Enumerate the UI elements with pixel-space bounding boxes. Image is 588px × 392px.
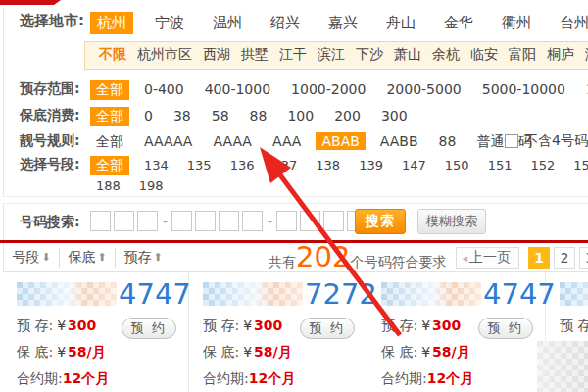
page-number-button[interactable]: 1 [528, 247, 550, 269]
number-rule-option[interactable]: AAAAA [138, 132, 198, 150]
segment-option[interactable]: 198 [133, 177, 170, 194]
segment-option[interactable]: 188 [90, 177, 126, 194]
district-option[interactable]: 滨江 [318, 46, 345, 64]
reserve-button[interactable]: 预 约 [478, 318, 533, 339]
sort-asc-icon: ⬆ [97, 251, 106, 264]
contract-line-value: 12个月 [63, 370, 109, 386]
exclude-4-checkbox-group[interactable]: 不含4号码 [505, 132, 588, 150]
min-fee-option[interactable]: 100 [281, 107, 319, 124]
fuzzy-search-button[interactable]: 模糊搜索 [417, 209, 486, 234]
contract-line: 合约期:12个月 [203, 370, 367, 389]
result-count: 共有202个号码符合要求 [269, 243, 446, 271]
district-option[interactable]: 富阳 [509, 46, 536, 64]
min-fee-option[interactable]: 88 [244, 107, 273, 124]
sort-asc-cell[interactable]: 预存⬆ [116, 248, 172, 268]
digit-input[interactable] [90, 211, 111, 231]
min-fee-option[interactable]: 58 [206, 107, 235, 124]
min-fee-option[interactable]: 全部 [90, 107, 129, 126]
segment-option[interactable]: 137 [267, 157, 303, 173]
digit-input[interactable] [242, 211, 263, 231]
digit-input[interactable] [300, 211, 320, 231]
number-rule-option[interactable]: ABAB [316, 132, 365, 150]
district-option[interactable]: 拱墅 [241, 46, 269, 64]
district-option[interactable]: 桐庐 [547, 46, 574, 64]
segment-option[interactable]: 136 [224, 157, 261, 173]
number-rule-option[interactable]: 全部 [90, 132, 129, 152]
city-option[interactable]: 温州 [206, 12, 249, 34]
page-number-button[interactable]: 2 [554, 247, 575, 269]
sort-desc-icon: ⬇ [41, 251, 50, 264]
segment-option[interactable]: 135 [181, 157, 218, 173]
city-option[interactable]: 金华 [437, 12, 480, 34]
district-option[interactable]: 临安 [470, 46, 498, 64]
number-rule-option[interactable]: AABB [374, 132, 424, 150]
sort-asc-cell[interactable]: 保底⬆ [60, 248, 116, 268]
number-rule-option[interactable]: AAA [267, 132, 308, 150]
prepaid-range-option[interactable]: 5000-10000 [476, 80, 571, 98]
page-number-button[interactable]: 3 [579, 247, 588, 269]
number-rule-option[interactable]: 88 [433, 132, 463, 150]
reserve-button[interactable]: 预 约 [300, 318, 355, 339]
segment-option[interactable]: 139 [353, 157, 389, 173]
segment-options-line1: 全部13413513613713813914715015115215715815… [90, 156, 588, 175]
number-rule-option[interactable]: AAAA [207, 132, 257, 150]
segment-option[interactable]: 151 [482, 157, 518, 173]
district-option[interactable]: 杭州市区 [137, 46, 192, 64]
phone-number-tail[interactable]: 4747 [483, 280, 556, 309]
city-option[interactable]: 嘉兴 [321, 12, 365, 34]
min-fee-option[interactable]: 300 [375, 107, 414, 124]
segment-option[interactable]: 157 [567, 157, 588, 173]
city-row-label: 选择地市: [20, 12, 90, 30]
sort-desc-cell[interactable]: 号段⬇ [4, 248, 60, 268]
digit-input[interactable] [276, 211, 297, 231]
city-option[interactable]: 宁波 [148, 12, 191, 34]
district-bar-notch [101, 41, 115, 42]
filter-row-number-rule: 靓号规则: 全部AAAAAAAAAAAAABABAABB88普通号码 不含4号码 [4, 132, 588, 152]
city-option[interactable]: 杭州 [90, 12, 133, 34]
prepaid-range-option[interactable]: 2000-5000 [380, 80, 466, 98]
district-option[interactable]: 余杭 [432, 46, 460, 64]
city-option[interactable]: 衢州 [495, 12, 538, 34]
phone-number-tail[interactable]: 7272 [305, 280, 377, 309]
prepaid-range-option[interactable]: 0-400 [138, 80, 190, 98]
digit-input[interactable] [137, 211, 158, 231]
number-selection-page: 选择地市: 杭州宁波温州绍兴嘉兴舟山金华衢州台州丽水湖州 不限杭州市区西湖拱墅江… [0, 0, 588, 392]
segment-option[interactable]: 147 [396, 157, 432, 173]
reserve-button[interactable]: 预 约 [122, 318, 176, 339]
segment-option[interactable]: 150 [439, 157, 475, 173]
district-option[interactable]: 西湖 [203, 46, 230, 64]
segment-option[interactable]: 138 [310, 157, 346, 173]
min-fee-option[interactable]: 0 [138, 107, 159, 124]
exclude-4-checkbox[interactable] [505, 134, 518, 148]
segment-option[interactable]: 152 [524, 157, 561, 173]
segment-option[interactable]: 134 [138, 157, 174, 173]
prepaid-range-option[interactable]: 400-1000 [199, 80, 276, 98]
prev-page-button[interactable]: ◂上一页 [456, 247, 519, 269]
censored-number-mosaic [381, 282, 481, 306]
city-option[interactable]: 舟山 [379, 12, 422, 34]
digit-input[interactable] [195, 211, 216, 231]
min-fee-option[interactable]: 38 [168, 107, 197, 124]
censored-number-mosaic [203, 282, 303, 306]
number-card: 4747预 存:¥300保 底:¥58/月合约期:12个月预 约 [3, 272, 189, 392]
digit-input[interactable] [323, 211, 344, 231]
digit-input[interactable] [114, 211, 134, 231]
city-option[interactable]: 台州 [553, 12, 588, 34]
phone-number-tail[interactable]: 4747 [119, 280, 191, 309]
segment-option[interactable]: 全部 [90, 156, 129, 175]
min-fee-option[interactable]: 200 [328, 107, 367, 124]
prepaid-range-option[interactable]: 全部 [90, 80, 129, 100]
city-option[interactable]: 绍兴 [264, 12, 307, 34]
min-fee-options: 全部0385888100200300 [90, 107, 588, 126]
district-option[interactable]: 下沙 [356, 46, 383, 64]
district-option[interactable]: 不限 [99, 46, 126, 64]
number-line: 7272 [203, 278, 367, 310]
prepaid-range-option[interactable]: 10000以上 [580, 80, 588, 100]
district-option[interactable]: 江干 [279, 46, 307, 64]
digit-input[interactable] [219, 211, 239, 231]
digit-input[interactable] [172, 211, 192, 231]
currency-symbol: ¥ [243, 318, 252, 333]
district-option[interactable]: 萧山 [394, 46, 421, 64]
search-button[interactable]: 搜索 [355, 209, 406, 234]
prepaid-range-option[interactable]: 1000-2000 [285, 80, 371, 98]
